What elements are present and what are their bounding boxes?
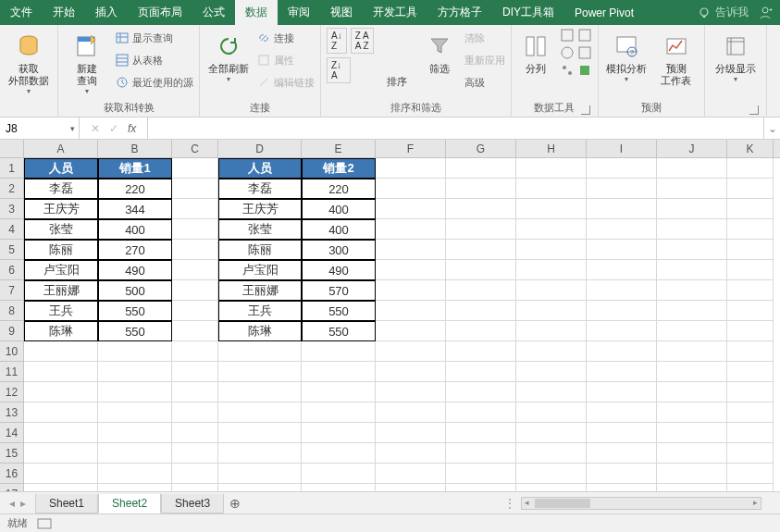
cell[interactable] — [218, 341, 302, 362]
cell[interactable] — [587, 382, 657, 402]
cell[interactable] — [376, 240, 446, 260]
cell[interactable]: 550 — [98, 321, 172, 341]
cell[interactable] — [24, 341, 98, 362]
cell[interactable]: 卢宝阳 — [24, 260, 98, 280]
cell[interactable] — [657, 240, 727, 260]
cell[interactable] — [302, 382, 376, 402]
ribbon-tab-10[interactable]: DIY工具箱 — [492, 0, 564, 25]
cell[interactable] — [587, 179, 657, 199]
cell[interactable] — [657, 219, 727, 240]
cell[interactable] — [446, 260, 516, 280]
cell[interactable]: 550 — [98, 301, 172, 321]
validation-icon[interactable] — [560, 45, 575, 60]
what-if-button[interactable]: ? 模拟分析 ▾ — [604, 28, 649, 83]
sheet-tab[interactable]: Sheet1 — [35, 494, 98, 513]
cell[interactable] — [727, 402, 774, 423]
cell[interactable] — [172, 219, 218, 240]
row-header[interactable]: 6 — [0, 260, 24, 280]
cell[interactable] — [516, 240, 587, 260]
cell[interactable] — [587, 362, 657, 382]
row-header[interactable]: 9 — [0, 321, 24, 341]
sort-desc-button[interactable]: Z↓A — [327, 57, 351, 83]
cell[interactable] — [516, 280, 587, 301]
cell[interactable] — [302, 341, 376, 362]
cell[interactable]: 400 — [98, 219, 172, 240]
cell[interactable] — [172, 199, 218, 219]
ribbon-tab-8[interactable]: 开发工具 — [363, 0, 427, 25]
cell[interactable] — [376, 443, 446, 464]
cell[interactable]: 344 — [98, 199, 172, 219]
cell[interactable]: 销量1 — [98, 158, 172, 179]
cell[interactable]: 490 — [302, 260, 376, 280]
outline-button[interactable]: 分级显示 ▾ — [711, 28, 761, 83]
cell[interactable] — [587, 321, 657, 341]
cell[interactable] — [98, 423, 172, 443]
ribbon-tab-5[interactable]: 数据 — [235, 0, 278, 25]
cell[interactable]: 王丽娜 — [24, 280, 98, 301]
cell[interactable] — [657, 362, 727, 382]
cell[interactable] — [657, 402, 727, 423]
cell[interactable] — [172, 362, 218, 382]
cell[interactable] — [98, 362, 172, 382]
scrollbar-thumb[interactable] — [535, 499, 590, 508]
name-box[interactable]: ▾ — [0, 118, 80, 139]
cell[interactable]: 220 — [98, 179, 172, 199]
sort-button[interactable]: 排序 — [379, 28, 415, 88]
show-queries-button[interactable]: 显示查询 — [116, 28, 193, 48]
cell[interactable] — [516, 321, 587, 341]
cell[interactable] — [376, 179, 446, 199]
cell[interactable] — [587, 280, 657, 301]
cell[interactable] — [172, 341, 218, 362]
cell[interactable] — [172, 301, 218, 321]
column-header[interactable]: K — [727, 140, 774, 157]
cell[interactable] — [516, 301, 587, 321]
row-header[interactable]: 12 — [0, 382, 24, 402]
cell[interactable] — [587, 199, 657, 219]
cell[interactable]: 270 — [98, 240, 172, 260]
cell[interactable] — [376, 321, 446, 341]
dialog-launcher-icon[interactable] — [581, 105, 590, 115]
cell[interactable] — [24, 402, 98, 423]
ribbon-tab-2[interactable]: 插入 — [85, 0, 128, 25]
cell[interactable] — [727, 260, 774, 280]
cell[interactable] — [727, 464, 774, 484]
ribbon-tab-9[interactable]: 方方格子 — [427, 0, 492, 25]
tell-me-search[interactable]: 告诉我 — [688, 0, 758, 25]
cell[interactable] — [446, 484, 516, 491]
cell[interactable] — [446, 179, 516, 199]
cell[interactable] — [657, 423, 727, 443]
column-header[interactable]: B — [98, 140, 172, 157]
cell[interactable]: 张莹 — [24, 219, 98, 240]
column-header[interactable]: C — [172, 140, 218, 157]
get-external-data-button[interactable]: 获取 外部数据 ▾ — [6, 28, 52, 95]
forecast-sheet-button[interactable]: 预测 工作表 — [654, 28, 699, 87]
column-header[interactable]: H — [516, 140, 587, 157]
cell[interactable] — [218, 484, 302, 491]
cell[interactable] — [302, 443, 376, 464]
cell[interactable] — [727, 341, 774, 362]
cell[interactable] — [516, 423, 587, 443]
cell[interactable] — [516, 382, 587, 402]
cell[interactable]: 销量2 — [302, 158, 376, 179]
column-header[interactable]: J — [657, 140, 727, 157]
ribbon-tab-1[interactable]: 开始 — [43, 0, 85, 25]
new-query-button[interactable]: 新建 查询 ▾ — [64, 28, 110, 95]
cell[interactable] — [376, 199, 446, 219]
cell[interactable] — [24, 464, 98, 484]
row-header[interactable]: 7 — [0, 280, 24, 301]
cell[interactable] — [657, 199, 727, 219]
cell[interactable] — [376, 341, 446, 362]
cell[interactable] — [727, 280, 774, 301]
cell[interactable] — [516, 362, 587, 382]
cell[interactable] — [587, 260, 657, 280]
cell[interactable]: 张莹 — [218, 219, 302, 240]
cell[interactable] — [516, 443, 587, 464]
cell[interactable] — [587, 301, 657, 321]
cell[interactable] — [446, 464, 516, 484]
cell[interactable] — [657, 260, 727, 280]
cell[interactable] — [218, 443, 302, 464]
cell[interactable] — [657, 301, 727, 321]
cell[interactable] — [727, 321, 774, 341]
column-header[interactable]: A — [24, 140, 98, 157]
cell[interactable] — [657, 382, 727, 402]
